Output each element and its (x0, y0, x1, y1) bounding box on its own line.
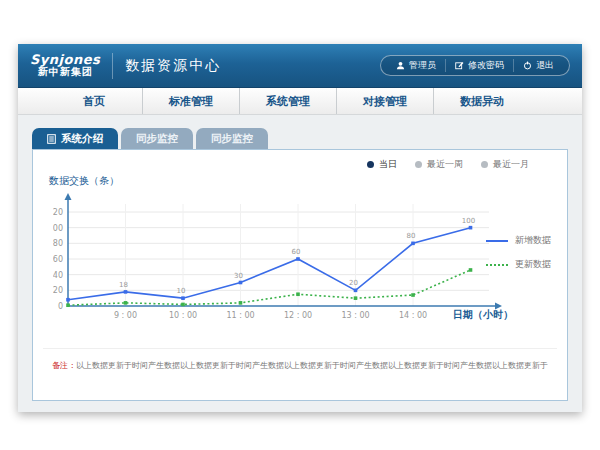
logo-primary-text: Synjones (30, 53, 100, 67)
radio-当日[interactable]: 当日 (367, 158, 397, 171)
svg-text:14 : 00: 14 : 00 (399, 311, 427, 320)
time-range-filter: 当日最近一周最近一月 (367, 158, 529, 171)
svg-text:60: 60 (292, 248, 301, 256)
svg-text:120: 120 (53, 208, 63, 217)
logo-secondary-text: 新中新集团 (30, 67, 100, 78)
svg-text:10 : 00: 10 : 00 (169, 311, 197, 320)
page-title: 数据资源中心 (125, 57, 221, 75)
nav-item-首页[interactable]: 首页 (46, 88, 142, 114)
content-area: 系统介绍同步监控同步监控 当日最近一周最近一月 数据交换（条） 02040608… (18, 115, 582, 401)
tab-label: 系统介绍 (61, 132, 103, 146)
footnote-text: 以上数据更新于时间产生数据以上数据更新于时间产生数据以上数据更新于时间产生数据以… (76, 361, 548, 370)
footnote: 备注：以上数据更新于时间产生数据以上数据更新于时间产生数据以上数据更新于时间产生… (43, 348, 557, 371)
svg-text:13 : 00: 13 : 00 (341, 311, 369, 320)
svg-text:11 : 00: 11 : 00 (226, 311, 254, 320)
legend-item-新增数据[interactable]: 新增数据 (486, 234, 551, 247)
legend-label: 更新数据 (515, 258, 551, 271)
tab-系统介绍-0[interactable]: 系统介绍 (32, 128, 118, 149)
svg-text:0: 0 (58, 302, 63, 311)
svg-text:18: 18 (119, 281, 128, 289)
svg-text:60: 60 (53, 255, 63, 264)
nav-item-标准管理[interactable]: 标准管理 (142, 88, 239, 114)
user-icon (396, 61, 405, 70)
legend-item-更新数据[interactable]: 更新数据 (486, 258, 551, 271)
svg-text:12 : 00: 12 : 00 (284, 311, 312, 320)
tab-同步监控-2[interactable]: 同步监控 (196, 128, 268, 149)
radio-label: 最近一月 (493, 158, 529, 171)
svg-text:100: 100 (462, 217, 475, 225)
company-logo: Synjones 新中新集团 (30, 53, 100, 77)
footnote-prefix: 备注： (52, 361, 76, 370)
tab-label: 同步监控 (211, 132, 253, 146)
radio-最近一月[interactable]: 最近一月 (481, 158, 529, 171)
tab-bar: 系统介绍同步监控同步监控 (32, 128, 568, 149)
legend-line-sample (486, 240, 508, 242)
radio-最近一周[interactable]: 最近一周 (415, 158, 463, 171)
document-icon (47, 134, 56, 144)
nav-item-数据异动[interactable]: 数据异动 (433, 88, 530, 114)
user-menu: 管理员修改密码退出 (380, 55, 570, 76)
header: Synjones 新中新集团 数据资源中心 管理员修改密码退出 (18, 44, 582, 88)
chart-panel: 当日最近一周最近一月 数据交换（条） 0204060801001209 : 00… (32, 149, 568, 401)
chart-svg: 0204060801001209 : 0010 : 0011 : 0012 : … (53, 190, 523, 322)
user-menu-item-修改密码[interactable]: 修改密码 (445, 59, 513, 72)
edit-icon (455, 61, 464, 70)
svg-text:40: 40 (53, 271, 63, 280)
main-nav: 首页标准管理系统管理对接管理数据异动 (18, 88, 582, 115)
app-window: Synjones 新中新集团 数据资源中心 管理员修改密码退出 首页标准管理系统… (18, 44, 582, 412)
svg-text:80: 80 (53, 239, 63, 248)
radio-label: 当日 (379, 158, 397, 171)
radio-dot (367, 161, 374, 168)
power-icon (523, 61, 532, 70)
svg-text:9 : 00: 9 : 00 (114, 311, 137, 320)
svg-text:30: 30 (234, 272, 243, 280)
legend-line-sample (486, 264, 508, 266)
user-menu-item-管理员[interactable]: 管理员 (387, 59, 445, 72)
tab-同步监控-1[interactable]: 同步监控 (121, 128, 193, 149)
legend-label: 新增数据 (515, 234, 551, 247)
radio-dot (415, 161, 422, 168)
user-menu-item-退出[interactable]: 退出 (513, 59, 563, 72)
user-menu-item-label: 退出 (536, 59, 554, 72)
radio-dot (481, 161, 488, 168)
tab-label: 同步监控 (136, 132, 178, 146)
x-axis-label: 日期（小时） (453, 308, 513, 322)
svg-text:20: 20 (349, 279, 358, 287)
nav-item-对接管理[interactable]: 对接管理 (336, 88, 433, 114)
user-menu-item-label: 修改密码 (468, 59, 504, 72)
svg-text:10: 10 (177, 287, 186, 295)
y-axis-label: 数据交换（条） (49, 174, 119, 188)
user-menu-item-label: 管理员 (409, 59, 436, 72)
svg-text:100: 100 (53, 224, 63, 233)
svg-text:80: 80 (407, 232, 416, 240)
chart-legend: 新增数据更新数据 (486, 234, 551, 271)
radio-label: 最近一周 (427, 158, 463, 171)
svg-text:20: 20 (53, 286, 63, 295)
header-divider (112, 53, 113, 79)
nav-item-系统管理[interactable]: 系统管理 (239, 88, 336, 114)
